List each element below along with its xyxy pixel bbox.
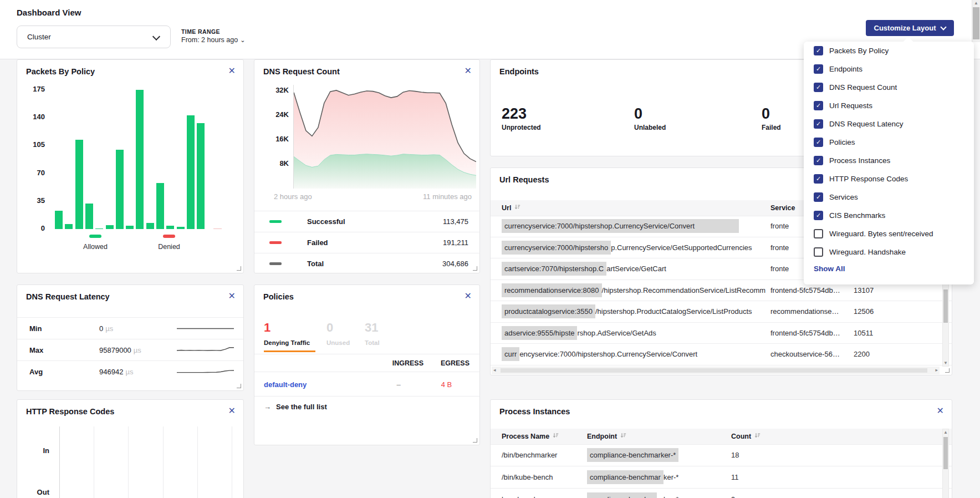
area-chart [293,85,476,189]
policies-table-header: INGRESS EGRESS [254,354,479,372]
sort-icon [553,433,559,439]
scroll-right-arrow-icon[interactable]: ▸ [935,367,938,373]
process-table-header: Process Name Endpoint Count [491,429,952,445]
scroll-up-arrow-icon[interactable]: ▲ [943,430,948,435]
menu-item-wireguard-handshake[interactable]: Wireguard. Handshake [814,246,974,257]
cluster-selector[interactable]: Cluster [17,26,171,48]
card-http-response-codes: HTTP Response Codes ✕ In Out [17,399,244,498]
card-title: HTTP Response Codes [26,407,114,416]
bar-denied [213,228,222,229]
stat-unlabeled: 0Unlabeled [634,105,666,131]
scroll-down-arrow-icon[interactable]: ▼ [943,360,948,365]
x-axis-label-end: 11 minutes ago [423,192,472,201]
url-cell: productcatalogservice:3550/hipstershop.P… [491,304,770,318]
menu-item-url-requests[interactable]: ✓Url Requests [814,100,974,111]
chevron-down-icon [941,24,947,30]
table-row[interactable]: /bin/kube-benchcompliance-benchmarker-*1… [491,466,952,489]
scrollbar-thumb[interactable] [501,368,927,373]
table-row[interactable]: adservice:9555/hipstershop.AdService/Get… [491,323,952,344]
table-row[interactable]: currencyservice:7000/hipstershop.Currenc… [491,344,952,365]
checkbox-checked-icon[interactable]: ✓ [814,83,823,92]
page-scrollbar-thumb[interactable] [973,7,979,39]
time-range-value[interactable]: From: 2 hours ago⌄ [181,36,245,44]
policies-tab-total[interactable]: 31Total [365,321,380,346]
menu-item-policies[interactable]: ✓Policies [814,136,974,148]
process-table-vertical-scrollbar[interactable]: ▲ [942,429,949,498]
close-icon[interactable]: ✕ [937,405,944,416]
grid-line [128,426,129,498]
process-name-cell: /bin/kube-bench [491,473,587,481]
table-row[interactable]: benchmarkercompliance-benchmarker-*9 [491,489,952,498]
chevron-down-icon [152,33,160,40]
see-full-list-link[interactable]: See the full list [276,403,327,411]
scrollbar-thumb[interactable] [943,437,948,469]
table-row[interactable]: productcatalogservice:3550/hipstershop.P… [491,301,952,323]
url-table-horizontal-scrollbar[interactable]: ◂ ▸ [492,367,940,374]
menu-item-dns-request-count[interactable]: ✓DNS Request Count [814,82,974,93]
legend-row-failed: Failed191,211 [254,232,479,253]
close-icon[interactable]: ✕ [228,405,236,416]
column-header-ingress: INGRESS [374,359,423,367]
policy-name-link[interactable]: default-deny [254,380,374,389]
highlighted-text: compliance-benchmarker-* [587,448,678,462]
policy-row[interactable]: default-deny – 4 B [254,372,479,397]
column-header-count[interactable]: Count [731,433,952,440]
customize-layout-button[interactable]: Customize Layout [866,20,954,36]
menu-item-services[interactable]: ✓Services [814,191,974,202]
checkbox-checked-icon[interactable]: ✓ [814,64,823,74]
scroll-left-arrow-icon[interactable]: ◂ [493,367,496,373]
scroll-up-arrow-icon[interactable]: ▲ [972,0,980,7]
page-scrollbar[interactable]: ▲ [972,0,980,42]
menu-item-dns-request-latency[interactable]: ✓DNS Request Latency [814,118,974,129]
close-icon[interactable]: ✕ [228,291,236,302]
column-header-process-name[interactable]: Process Name [491,433,587,440]
policies-tab-denying-traffic[interactable]: 1Denying Traffic [264,321,310,346]
card-packets-by-policy: Packets By Policy ✕ 03570105140175 Allow… [17,59,244,273]
resize-handle-icon[interactable] [473,438,477,443]
checkbox-checked-icon[interactable]: ✓ [814,46,823,55]
checkbox-checked-icon[interactable]: ✓ [814,174,823,184]
checkbox-unchecked-icon[interactable] [814,247,823,257]
menu-item-label: Endpoints [829,65,862,73]
menu-item-http-response-codes[interactable]: ✓HTTP Response Codes [814,173,974,184]
bar-allowed [197,123,205,229]
checkbox-checked-icon[interactable]: ✓ [814,211,823,220]
menu-item-cis-benchmarks[interactable]: ✓CIS Benchmarks [814,210,974,221]
y-axis-tick: 8K [254,159,289,167]
resize-handle-icon[interactable] [237,384,241,388]
resize-handle-icon[interactable] [473,266,477,271]
checkbox-checked-icon[interactable]: ✓ [814,101,823,110]
tab-label: Unused [326,339,350,346]
checkbox-unchecked-icon[interactable] [814,229,823,238]
column-header-label: Url [502,204,511,212]
column-header-endpoint[interactable]: Endpoint [587,433,731,440]
menu-item-packets-by-policy[interactable]: ✓Packets By Policy [814,45,974,56]
latency-unit: µs [105,324,113,333]
scrollbar-thumb[interactable] [943,289,948,323]
close-icon[interactable]: ✕ [465,291,472,302]
menu-item-endpoints[interactable]: ✓Endpoints [814,63,974,74]
resize-handle-icon[interactable] [237,266,241,271]
table-row[interactable]: /bin/benchmarkercompliance-benchmarker-*… [491,444,952,466]
customize-layout-menu: ✓Packets By Policy✓Endpoints✓DNS Request… [804,42,974,284]
bar-allowed [177,227,185,229]
checkbox-checked-icon[interactable]: ✓ [814,119,823,129]
checkbox-checked-icon[interactable]: ✓ [814,138,823,147]
y-axis-tick: 16K [254,135,289,143]
menu-item-wireguard-bytes-sent-received[interactable]: Wireguard. Bytes sent/received [814,228,974,239]
close-icon[interactable]: ✕ [228,65,236,77]
endpoint-text: arker-* [657,495,678,498]
card-title: Process Instances [499,407,570,416]
resize-handle-icon[interactable] [945,368,950,373]
process-table-body: /bin/benchmarkercompliance-benchmarker-*… [491,444,952,498]
highlighted-text: compliance-benchmar [587,470,663,484]
column-header-url[interactable]: Url [491,204,770,212]
highlighted-text: compliance-benchm [587,492,657,498]
menu-item-process-instances[interactable]: ✓Process Instances [814,155,974,166]
checkbox-checked-icon[interactable]: ✓ [814,192,823,202]
close-icon[interactable]: ✕ [465,65,472,77]
policies-tab-unused[interactable]: 0Unused [326,321,350,346]
show-all-link[interactable]: Show All [814,265,974,273]
row-label-out: Out [17,488,49,496]
checkbox-checked-icon[interactable]: ✓ [814,156,823,165]
